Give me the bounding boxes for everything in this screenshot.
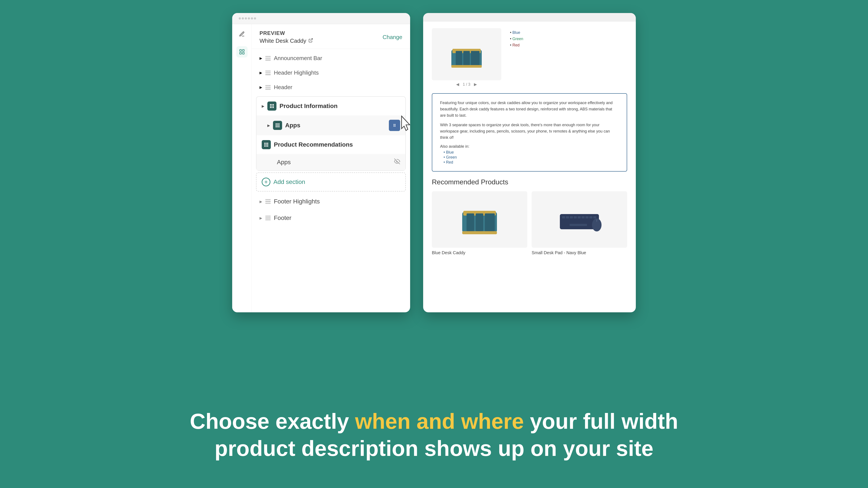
panel-top-bar	[232, 13, 410, 24]
announcement-bar-item[interactable]: ▶ Announcement Bar	[252, 51, 410, 65]
svg-rect-17	[452, 65, 482, 68]
product-info-header[interactable]: ▶ Product Information	[256, 97, 405, 116]
svg-point-9	[394, 126, 394, 127]
apps-inner-badge	[273, 121, 282, 130]
header-item[interactable]: ▶ Header	[252, 80, 410, 95]
apps-drag-button[interactable]	[389, 120, 400, 131]
bottom-headline-line2: product description shows up on your sit…	[0, 435, 868, 462]
sidebar-icons	[232, 24, 252, 312]
svg-rect-30	[582, 216, 585, 219]
drag-dot-1	[239, 18, 241, 20]
product-card-name-2: Small Desk Pad - Navy Blue	[532, 250, 627, 255]
svg-point-5	[394, 124, 394, 125]
product-recommendations-label: Product Recommendations	[274, 141, 400, 148]
line1-white-end: your full width	[524, 409, 678, 433]
svg-point-7	[394, 125, 394, 126]
recommended-section: Recommended Products	[432, 178, 627, 255]
footer-highlights-label: Footer Highlights	[274, 198, 320, 205]
arrow-icon-apps-inner: ▶	[267, 123, 270, 128]
svg-rect-25	[562, 216, 565, 219]
product-top-section: ◀ 1 / 3 ▶ • Blue • Green • Red	[432, 28, 627, 87]
product-info-label: Product Information	[279, 103, 400, 109]
bottom-text-section: Choose exactly when and where your full …	[0, 408, 868, 462]
svg-rect-3	[242, 52, 244, 54]
visibility-icon[interactable]	[394, 158, 400, 166]
editor-content: PREVIEW White Desk Caddy	[252, 24, 410, 312]
svg-rect-0	[240, 50, 241, 52]
svg-point-6	[395, 124, 396, 125]
svg-rect-33	[593, 216, 596, 219]
line1-white-start: Choose exactly	[190, 409, 355, 433]
color-option-red: • Red	[510, 43, 627, 47]
sidebar-icon-customize[interactable]	[236, 28, 248, 40]
change-button[interactable]: Change	[382, 34, 402, 40]
arrow-icon-footer: ▶	[259, 216, 262, 220]
color-options: • Blue • Green • Red	[510, 30, 627, 47]
svg-rect-2	[240, 52, 241, 54]
footer-item[interactable]: ▶ Footer	[252, 210, 410, 226]
nav-prev[interactable]: ◀	[456, 82, 459, 87]
also-color-red: • Red	[443, 160, 619, 165]
color-options-title: • Blue	[510, 30, 627, 35]
product-recommendations-item[interactable]: Product Recommendations	[256, 135, 405, 154]
svg-rect-26	[566, 216, 569, 219]
also-available-label: Also available in:	[440, 144, 619, 149]
svg-rect-21	[476, 214, 483, 231]
panel-body: PREVIEW White Desk Caddy	[232, 24, 410, 312]
section-list: ▶ Announcement Bar ▶	[252, 49, 410, 312]
svg-rect-1	[242, 50, 244, 52]
grid-icon-announcement	[266, 56, 270, 61]
editor-panel: PREVIEW White Desk Caddy	[232, 13, 410, 312]
arrow-icon: ▶	[259, 56, 262, 60]
svg-rect-22	[485, 214, 495, 231]
drag-dot-3	[245, 18, 247, 20]
apps-sub-item[interactable]: Apps	[256, 154, 405, 170]
svg-rect-15	[463, 51, 470, 66]
product-card-name-1: Blue Desk Caddy	[432, 250, 527, 255]
filename-text: White Desk Caddy	[259, 37, 306, 44]
svg-rect-14	[456, 51, 462, 66]
product-details: • Blue • Green • Red	[510, 28, 627, 87]
preview-label: PREVIEW	[259, 30, 313, 36]
arrow-icon-product-info: ▶	[262, 104, 264, 108]
product-nav: ◀ 1 / 3 ▶	[432, 82, 501, 87]
preview-top-bar	[423, 13, 636, 22]
announcement-bar-label: Announcement Bar	[274, 55, 322, 62]
svg-rect-32	[589, 216, 592, 219]
header-highlights-item[interactable]: ▶ Header Highlights	[252, 65, 410, 80]
preview-section: PREVIEW White Desk Caddy	[252, 24, 410, 49]
header-label: Header	[274, 84, 292, 91]
product-card-2: Small Desk Pad - Navy Blue	[532, 191, 627, 255]
svg-point-10	[395, 126, 396, 127]
also-color-blue: • Blue	[443, 150, 619, 155]
svg-rect-16	[471, 51, 479, 66]
apps-inner-item[interactable]: ▶ Apps	[256, 116, 405, 135]
color-option-green: • Green	[510, 37, 627, 41]
product-image-main	[432, 28, 501, 80]
footer-label: Footer	[274, 215, 291, 222]
arrow-icon-footer-highlights: ▶	[259, 199, 262, 204]
prod-rec-badge	[262, 140, 271, 149]
product-card-image-1	[432, 191, 527, 248]
bottom-headline-line1: Choose exactly when and where your full …	[0, 408, 868, 435]
svg-rect-31	[586, 216, 589, 219]
product-icon-badge	[267, 101, 276, 110]
svg-line-4	[310, 39, 312, 41]
line1-yellow: when and where	[355, 409, 524, 433]
products-grid: Blue Desk Caddy	[432, 191, 627, 255]
footer-highlights-item[interactable]: ▶ Footer Highlights	[252, 193, 410, 210]
nav-next[interactable]: ▶	[474, 82, 477, 87]
sidebar-icon-sections[interactable]	[236, 46, 248, 58]
add-section-label: Add section	[273, 178, 305, 186]
recommended-title: Recommended Products	[432, 178, 627, 186]
arrow-icon-header-highlights: ▶	[259, 71, 262, 75]
drag-handle	[239, 18, 256, 20]
drag-dot-5	[251, 18, 253, 20]
svg-rect-27	[570, 216, 573, 219]
apps-inner-label: Apps	[285, 122, 386, 129]
svg-rect-23	[462, 231, 497, 234]
add-section-item[interactable]: + Add section	[256, 172, 406, 192]
external-link-icon[interactable]	[308, 37, 313, 44]
svg-rect-20	[467, 214, 474, 231]
nav-pagination: 1 / 3	[463, 82, 470, 87]
